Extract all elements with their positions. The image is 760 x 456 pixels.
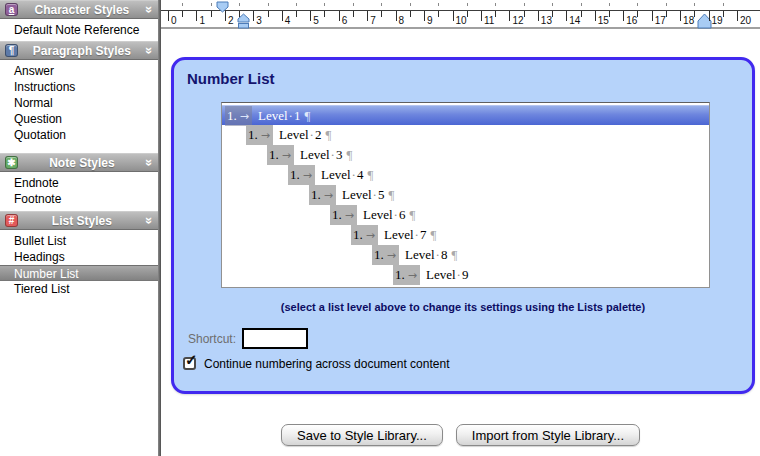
ruler-half-tick [552,11,553,17]
ruler-half-dot [694,3,695,6]
ruler-half-tick [609,11,610,17]
ruler: 01234567891011121314151617181920 [161,0,760,29]
ruler-half-tick [182,11,183,17]
sidebar-section-character: aCharacter Styles»Default Note Reference [0,0,158,40]
ruler-half-dot [353,3,354,6]
ruler-half-tick [495,11,496,17]
list-styles-icon: # [5,214,18,227]
hint-text: (select a list level above to change its… [174,301,752,313]
ruler-half-tick [581,11,582,17]
list-level-row-5[interactable]: 1.→Level·5¶ [222,185,709,205]
section-header-note[interactable]: ✱Note Styles» [0,153,158,172]
section-label: Note Styles [18,156,146,170]
ruler-tick-label: 12 [512,15,523,26]
list-style-panel: Number List 1.→Level·1¶1.→Level·2¶1.→Lev… [171,57,755,394]
sidebar-item-normal[interactable]: Normal [0,95,158,111]
pilcrow-icon: ¶ [430,227,436,242]
ruler-half-dot [211,3,212,6]
ruler-tick [367,11,368,21]
level-number: 7 [420,227,427,242]
shortcut-input[interactable] [242,328,308,349]
ruler-tick [424,11,425,21]
list-level-row-2[interactable]: 1.→Level·2¶ [222,125,709,145]
import-from-style-library-button[interactable]: Import from Style Library... [456,424,640,446]
ruler-tick-label: 2 [228,15,234,26]
list-number: 1. [227,108,237,123]
right-indent-marker[interactable] [697,13,712,29]
shortcut-label: Shortcut: [188,332,236,346]
collapse-chevron-icon[interactable]: » [143,6,156,13]
ruler-tick-label: 11 [484,15,494,26]
collapse-chevron-icon[interactable]: » [143,159,156,166]
ruler-half-dot [268,3,269,6]
sidebar-item-question[interactable]: Question [0,111,158,127]
ruler-tick [310,11,311,21]
character-styles-icon: a [5,3,18,16]
sidebar-item-footnote[interactable]: Footnote [0,191,158,207]
section-label: Character Styles [18,3,146,17]
tab-arrow-icon: → [282,149,291,162]
level-label: Level [258,108,288,123]
sidebar-divider[interactable] [158,0,161,456]
ruler-half-tick [694,11,695,17]
ruler-half-dot [324,3,325,6]
ruler-tick-label: 8 [399,15,405,26]
list-level-row-3[interactable]: 1.→Level·3¶ [222,145,709,165]
collapse-chevron-icon[interactable]: » [143,217,156,224]
pilcrow-icon: ¶ [367,167,373,182]
list-level-row-9[interactable]: 1.→Level·9 [222,265,709,285]
first-line-indent-marker[interactable] [216,1,229,13]
sidebar-item-bullet-list[interactable]: Bullet List [0,233,158,249]
sidebar-item-quotation[interactable]: Quotation [0,127,158,143]
tab-arrow-icon: → [324,189,333,202]
level-number: 1 [294,108,301,123]
paragraph-styles-icon: ¶ [5,44,18,57]
list-level-row-6[interactable]: 1.→Level·6¶ [222,205,709,225]
tab-arrow-icon: → [240,110,249,123]
section-header-character[interactable]: aCharacter Styles» [0,0,158,19]
section-label: Paragraph Styles [18,44,146,58]
sidebar-item-instructions[interactable]: Instructions [0,79,158,95]
sidebar-item-answer[interactable]: Answer [0,63,158,79]
ruler-baseline [161,10,760,11]
ruler-tick [196,11,197,21]
section-items: Default Note Reference [0,19,158,40]
section-header-paragraph[interactable]: ¶Paragraph Styles» [0,41,158,60]
section-label: List Styles [18,214,146,228]
ruler-half-tick [524,11,525,17]
list-level-row-8[interactable]: 1.→Level·8¶ [222,245,709,265]
level-number: 3 [336,147,343,162]
save-to-style-library-button[interactable]: Save to Style Library... [281,424,443,446]
sidebar-item-tiered-list[interactable]: Tiered List [0,281,158,297]
list-number-chip: 1.→ [225,106,252,126]
sidebar-item-endnote[interactable]: Endnote [0,175,158,191]
ruler-tick [709,11,710,21]
ruler-tick [538,11,539,21]
list-level-row-7[interactable]: 1.→Level·7¶ [222,225,709,245]
ruler-half-dot [182,3,183,6]
ruler-tick-label: 16 [626,15,637,26]
list-number-chip: 1.→ [330,205,357,225]
ruler-half-dot [296,3,297,6]
level-label: Level [300,147,330,162]
list-number: 1. [395,267,405,282]
style-sheet-window: aCharacter Styles»Default Note Reference… [0,0,760,456]
sidebar-item-default-note-reference[interactable]: Default Note Reference [0,22,158,38]
list-number: 1. [290,167,300,182]
collapse-chevron-icon[interactable]: » [143,47,156,54]
ruler-tick [737,11,738,21]
ruler-tick-label: 19 [712,15,723,26]
ruler-tick [396,11,397,21]
sidebar-item-headings[interactable]: Headings [0,249,158,265]
ruler-tick [595,11,596,21]
ruler-tick-label: 18 [683,15,694,26]
ruler-half-tick [410,11,411,17]
continue-numbering-checkbox[interactable]: ✓ [183,357,196,370]
ruler-tick-label: 9 [427,15,433,26]
section-header-list[interactable]: #List Styles» [0,211,158,230]
list-level-row-4[interactable]: 1.→Level·4¶ [222,165,709,185]
sidebar-item-number-list[interactable]: Number List [0,265,158,281]
list-level-row-1[interactable]: 1.→Level·1¶ [222,105,709,125]
pilcrow-icon: ¶ [346,147,352,162]
section-items: AnswerInstructionsNormalQuestionQuotatio… [0,60,158,145]
